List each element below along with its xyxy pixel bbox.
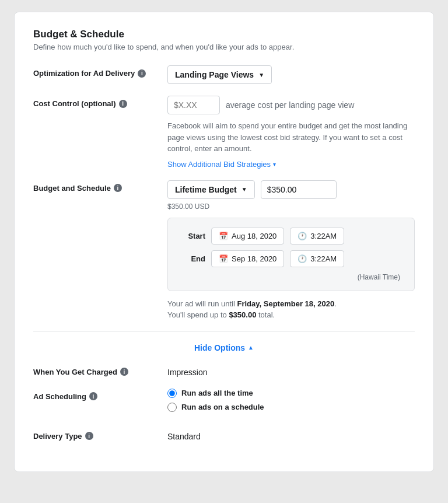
budget-schedule-card: Budget & Schedule Define how much you'd …	[14, 12, 434, 472]
budget-schedule-label: Budget and Schedule i	[33, 180, 167, 193]
start-clock-icon: 🕐	[298, 232, 307, 240]
when-charged-row: When You Get Charged i Impression	[33, 364, 415, 377]
budget-amount-input[interactable]	[261, 180, 337, 199]
budget-currency-label: $350.00 USD	[167, 202, 415, 211]
end-clock-icon: 🕐	[298, 254, 307, 263]
start-time-button[interactable]: 🕐 3:22AM	[290, 228, 344, 244]
cost-description: Facebook will aim to spend your entire b…	[167, 120, 415, 155]
delivery-type-value: Standard	[167, 428, 415, 441]
optimization-chevron-icon: ▼	[258, 72, 264, 78]
cost-control-input[interactable]	[167, 96, 220, 114]
start-date-button[interactable]: 📅 Aug 18, 2020	[211, 228, 284, 244]
hide-options-link[interactable]: Hide Options ▲	[194, 343, 254, 352]
datetime-box: Start 📅 Aug 18, 2020 🕐 3:22AM End 📅	[167, 218, 415, 291]
when-charged-info-icon[interactable]: i	[120, 368, 128, 376]
radio-on-schedule-label[interactable]: Run ads on a schedule	[181, 403, 264, 411]
optimization-label: Optimization for Ad Delivery i	[33, 65, 167, 78]
spend-text: You'll spend up to $350.00 total.	[167, 310, 415, 319]
end-time-button[interactable]: 🕐 3:22AM	[290, 250, 344, 267]
radio-option-schedule[interactable]: Run ads on a schedule	[167, 403, 415, 412]
optimization-dropdown[interactable]: Landing Page Views ▼	[167, 65, 272, 84]
radio-on-schedule-input[interactable]	[167, 403, 177, 412]
delivery-type-row: Delivery Type i Standard	[33, 428, 415, 441]
cost-control-label: Cost Control (optional) i	[33, 96, 167, 108]
end-calendar-icon: 📅	[219, 254, 228, 263]
ad-scheduling-row: Ad Scheduling i Run ads all the time Run…	[33, 389, 415, 417]
divider	[33, 331, 415, 331]
budget-schedule-info-icon[interactable]: i	[114, 184, 122, 192]
cost-control-content: average cost per landing page view Faceb…	[167, 96, 415, 169]
budget-schedule-content: Lifetime Budget ▼ $350.00 USD Start 📅 Au…	[167, 180, 415, 319]
start-datetime-row: Start 📅 Aug 18, 2020 🕐 3:22AM	[182, 228, 400, 244]
ad-scheduling-info-icon[interactable]: i	[89, 392, 97, 400]
end-date-button[interactable]: 📅 Sep 18, 2020	[211, 250, 284, 267]
optimization-content: Landing Page Views ▼	[167, 65, 415, 84]
timezone-label: (Hawaii Time)	[182, 273, 400, 281]
cost-control-info-icon[interactable]: i	[119, 100, 127, 108]
section-subtitle: Define how much you'd like to spend, and…	[33, 43, 415, 51]
budget-schedule-row: Budget and Schedule i Lifetime Budget ▼ …	[33, 180, 415, 319]
start-calendar-icon: 📅	[219, 232, 228, 240]
radio-option-all-time[interactable]: Run ads all the time	[167, 389, 415, 398]
optimization-info-icon[interactable]: i	[138, 69, 146, 78]
budget-type-chevron-icon: ▼	[242, 186, 247, 193]
end-datetime-row: End 📅 Sep 18, 2020 🕐 3:22AM	[182, 250, 400, 267]
ad-scheduling-label: Ad Scheduling i	[33, 389, 167, 401]
delivery-type-info-icon[interactable]: i	[85, 432, 93, 440]
section-title: Budget & Schedule	[33, 29, 415, 40]
budget-type-dropdown[interactable]: Lifetime Budget ▼	[167, 180, 255, 199]
budget-input-row: Lifetime Budget ▼	[167, 180, 415, 199]
when-charged-content: Impression	[167, 364, 415, 377]
when-charged-value: Impression	[167, 364, 415, 377]
cost-unit-label: average cost per landing page view	[226, 100, 354, 110]
optimization-row: Optimization for Ad Delivery i Landing P…	[33, 65, 415, 84]
section-header: Budget & Schedule Define how much you'd …	[33, 29, 415, 51]
radio-all-time-input[interactable]	[167, 389, 177, 398]
bid-strategies-chevron-icon: ▾	[273, 161, 276, 167]
end-label: End	[182, 254, 205, 263]
radio-all-time-label[interactable]: Run ads all the time	[181, 389, 253, 397]
hide-options-chevron-icon: ▲	[248, 344, 254, 351]
cost-input-row: average cost per landing page view	[167, 96, 415, 114]
when-charged-label: When You Get Charged i	[33, 364, 167, 376]
start-label: Start	[182, 232, 205, 240]
show-bid-strategies-link[interactable]: Show Additional Bid Strategies ▾	[167, 160, 276, 169]
hide-options-section: Hide Options ▲	[33, 343, 415, 352]
delivery-type-content: Standard	[167, 428, 415, 441]
ad-scheduling-content: Run ads all the time Run ads on a schedu…	[167, 389, 415, 417]
run-until-text: Your ad will run until Friday, September…	[167, 299, 415, 308]
cost-control-row: Cost Control (optional) i average cost p…	[33, 96, 415, 169]
delivery-type-label: Delivery Type i	[33, 428, 167, 441]
